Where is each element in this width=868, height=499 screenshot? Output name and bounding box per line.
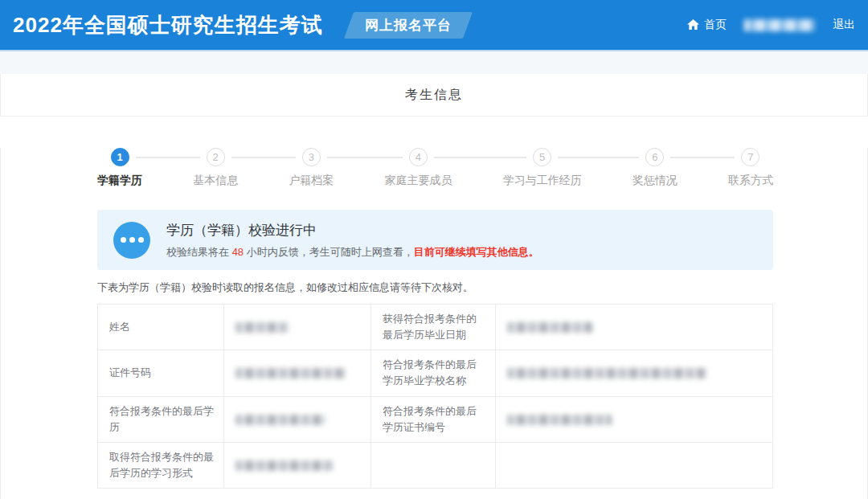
field-label: 姓名 <box>98 305 224 350</box>
stepper-step-7[interactable]: 7 联系方式 <box>728 148 773 188</box>
platform-badge: 网上报名平台 <box>344 12 473 39</box>
field-value-redacted <box>496 305 773 350</box>
desc-hours: 48 <box>232 246 244 258</box>
step-circle: 6 <box>645 148 664 166</box>
step-label: 基本信息 <box>193 174 238 188</box>
field-value-redacted <box>496 350 773 396</box>
field-label: 符合报考条件的最后学历毕业学校名称 <box>371 350 496 396</box>
step-label: 奖惩情况 <box>633 174 678 188</box>
verification-status-desc: 校验结果将在 48 小时内反馈，考生可随时上网查看，目前可继续填写其他信息。 <box>166 245 539 260</box>
step-label: 学习与工作经历 <box>503 174 582 188</box>
field-value-redacted <box>496 396 773 442</box>
stepper-step-1[interactable]: 1 学籍学历 <box>97 148 142 188</box>
step-label: 家庭主要成员 <box>384 174 452 188</box>
username-redacted <box>744 19 815 31</box>
platform-badge-label: 网上报名平台 <box>365 16 452 35</box>
table-row: 取得符合报考条件的最后学历的学习形式 <box>98 442 773 488</box>
step-circle: 5 <box>533 148 551 166</box>
field-label: 符合报考条件的最后学历证书编号 <box>371 396 496 442</box>
stepper-step-2[interactable]: 2 基本信息 <box>193 148 238 188</box>
page-title-bar: 考生信息 <box>0 74 868 117</box>
header-subband <box>0 50 868 74</box>
step-circle: 2 <box>207 148 225 166</box>
field-label <box>371 442 496 488</box>
step-label: 联系方式 <box>728 174 773 188</box>
field-value-redacted <box>224 442 371 488</box>
verification-status-banner: 学历（学籍）校验进行中 校验结果将在 48 小时内反馈，考生可随时上网查看，目前… <box>97 210 773 270</box>
step-circle: 3 <box>302 148 321 166</box>
table-row: 证件号码 符合报考条件的最后学历毕业学校名称 <box>98 350 773 396</box>
app-title: 2022年全国硕士研究生招生考试 <box>13 11 323 39</box>
field-value-redacted <box>224 396 371 442</box>
step-label: 户籍档案 <box>289 174 334 188</box>
step-circle: 7 <box>741 148 760 166</box>
logout-link[interactable]: 退出 <box>833 18 855 32</box>
desc-highlight: 目前可继续填写其他信息。 <box>414 246 539 258</box>
step-label: 学籍学历 <box>97 174 142 188</box>
stepper-step-3[interactable]: 3 户籍档案 <box>289 148 334 188</box>
field-label: 证件号码 <box>98 350 224 396</box>
field-value-redacted <box>224 305 371 350</box>
table-note: 下表为学历（学籍）校验时读取的报名信息，如修改过相应信息请等待下次核对。 <box>97 280 773 295</box>
step-circle: 4 <box>409 148 428 166</box>
header-actions: 首页 退出 <box>687 18 855 32</box>
page: 2022年全国硕士研究生招生考试 网上报名平台 首页 退出 考生信息 1 学籍学… <box>0 0 868 499</box>
main-content: 1 学籍学历 2 基本信息 3 户籍档案 4 家庭主要成员 5 学习与工作经历 … <box>0 148 868 499</box>
table-row: 姓名 获得符合报考条件的最后学历毕业日期 <box>98 305 773 350</box>
step-circle: 1 <box>111 148 129 166</box>
home-link-label: 首页 <box>704 18 727 32</box>
verification-status-text: 学历（学籍）校验进行中 校验结果将在 48 小时内反馈，考生可随时上网查看，目前… <box>166 221 539 260</box>
app-header: 2022年全国硕士研究生招生考试 网上报名平台 首页 退出 <box>0 0 868 50</box>
stepper-step-4[interactable]: 4 家庭主要成员 <box>384 148 452 188</box>
verification-status-title: 学历（学籍）校验进行中 <box>166 221 539 239</box>
stepper-step-5[interactable]: 5 学习与工作经历 <box>503 148 582 188</box>
field-label: 符合报考条件的最后学历 <box>98 396 224 442</box>
field-value-redacted <box>224 350 371 396</box>
home-icon <box>687 19 699 31</box>
ellipsis-icon <box>113 222 150 259</box>
registration-info-table: 姓名 获得符合报考条件的最后学历毕业日期 证件号码 符合报考条件的最后学历毕业学… <box>97 304 773 489</box>
table-row: 符合报考条件的最后学历 符合报考条件的最后学历证书编号 <box>98 396 773 442</box>
field-label: 取得符合报考条件的最后学历的学习形式 <box>98 442 224 488</box>
desc-part1: 校验结果将在 <box>166 246 232 258</box>
page-title: 考生信息 <box>405 87 463 104</box>
field-value-empty <box>496 442 773 488</box>
field-label: 获得符合报考条件的最后学历毕业日期 <box>371 305 496 350</box>
home-link[interactable]: 首页 <box>687 18 727 32</box>
desc-part2: 小时内反馈，考生可随时上网查看， <box>244 246 414 258</box>
stepper: 1 学籍学历 2 基本信息 3 户籍档案 4 家庭主要成员 5 学习与工作经历 … <box>97 148 773 188</box>
stepper-step-6[interactable]: 6 奖惩情况 <box>633 148 678 188</box>
